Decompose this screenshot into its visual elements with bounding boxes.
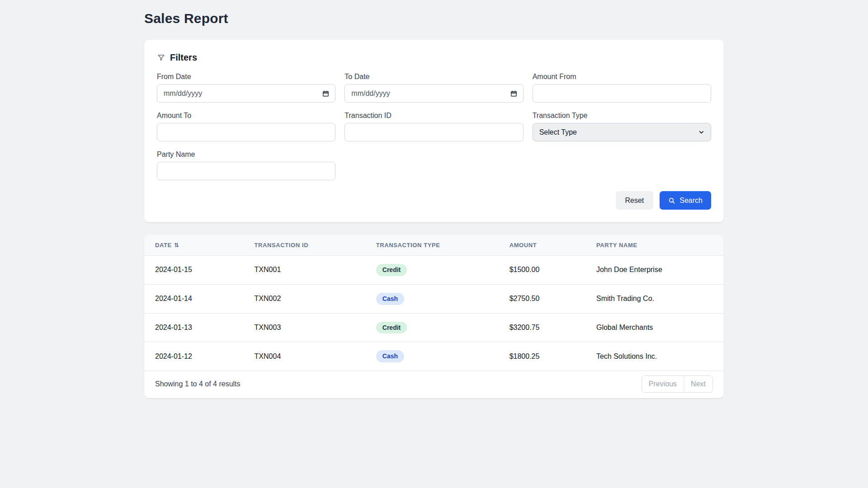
cell-amount: $2750.50: [509, 284, 596, 313]
page-container: Sales Report Filters From Date To Date: [144, 0, 724, 398]
from-date-label: From Date: [157, 73, 335, 81]
transaction-type-badge: Cash: [376, 350, 404, 362]
party-name-input[interactable]: [157, 162, 335, 180]
filter-actions: Reset Search: [157, 191, 711, 210]
cell-amount: $1500.00: [509, 256, 596, 285]
cell-date: 2024-01-13: [144, 313, 255, 342]
results-table-card: Date⇅ Transaction ID Transaction Type Am…: [144, 235, 724, 398]
next-page-button[interactable]: Next: [684, 376, 712, 392]
column-header-party-name: Party Name: [596, 235, 724, 256]
amount-to-input[interactable]: [157, 123, 335, 141]
column-header-amount: Amount: [509, 235, 596, 256]
transaction-id-field: Transaction ID: [344, 112, 523, 141]
party-name-label: Party Name: [157, 150, 335, 159]
table-row: 2024-01-14 TXN002 Cash $2750.50 Smith Tr…: [144, 284, 724, 313]
search-icon: [668, 197, 675, 204]
to-date-field: To Date: [344, 73, 523, 103]
to-date-label: To Date: [344, 73, 523, 81]
to-date-input[interactable]: [344, 84, 523, 103]
cell-party-name: Tech Solutions Inc.: [596, 342, 724, 371]
transaction-type-select[interactable]: Select Type: [533, 123, 711, 141]
filters-heading: Filters: [157, 52, 711, 63]
transaction-type-field: Transaction Type Select Type: [533, 112, 711, 141]
cell-party-name: Global Merchants: [596, 313, 724, 342]
pagination: Previous Next: [642, 375, 713, 393]
filter-funnel-icon: [157, 53, 165, 62]
previous-page-button[interactable]: Previous: [642, 376, 684, 392]
filters-title: Filters: [170, 52, 197, 63]
cell-date: 2024-01-12: [144, 342, 255, 371]
cell-transaction-type: Credit: [376, 313, 509, 342]
column-header-transaction-type: Transaction Type: [376, 235, 509, 256]
table-footer: Showing 1 to 4 of 4 results Previous Nex…: [144, 371, 724, 398]
from-date-input[interactable]: [157, 84, 335, 103]
column-header-transaction-id: Transaction ID: [255, 235, 376, 256]
transaction-type-badge: Cash: [376, 293, 404, 305]
cell-party-name: John Doe Enterprise: [596, 256, 724, 285]
table-header-row: Date⇅ Transaction ID Transaction Type Am…: [144, 235, 724, 256]
transaction-type-label: Transaction Type: [533, 112, 711, 120]
cell-transaction-type: Cash: [376, 342, 509, 371]
chevron-down-icon: [698, 129, 704, 135]
search-button[interactable]: Search: [660, 191, 711, 210]
table-row: 2024-01-15 TXN001 Credit $1500.00 John D…: [144, 256, 724, 285]
results-summary: Showing 1 to 4 of 4 results: [155, 380, 241, 388]
transaction-type-badge: Credit: [376, 264, 407, 276]
filters-card: Filters From Date To Date: [144, 40, 724, 222]
from-date-field: From Date: [157, 73, 335, 103]
cell-transaction-type: Credit: [376, 256, 509, 285]
cell-amount: $1800.25: [509, 342, 596, 371]
cell-date: 2024-01-14: [144, 284, 255, 313]
page-title: Sales Report: [144, 11, 724, 26]
cell-transaction-type: Cash: [376, 284, 509, 313]
amount-to-label: Amount To: [157, 112, 335, 120]
transaction-id-label: Transaction ID: [344, 112, 523, 120]
results-table: Date⇅ Transaction ID Transaction Type Am…: [144, 235, 724, 371]
cell-transaction-id: TXN003: [255, 313, 376, 342]
amount-from-input[interactable]: [533, 84, 711, 103]
reset-button[interactable]: Reset: [616, 191, 654, 210]
cell-amount: $3200.75: [509, 313, 596, 342]
cell-party-name: Smith Trading Co.: [596, 284, 724, 313]
cell-transaction-id: TXN001: [255, 256, 376, 285]
filter-grid: From Date To Date Amount F: [157, 73, 711, 180]
cell-transaction-id: TXN002: [255, 284, 376, 313]
amount-to-field: Amount To: [157, 112, 335, 141]
search-button-label: Search: [679, 197, 703, 205]
sort-icon[interactable]: ⇅: [174, 242, 179, 249]
transaction-id-input[interactable]: [344, 123, 523, 141]
cell-transaction-id: TXN004: [255, 342, 376, 371]
party-name-field: Party Name: [157, 150, 335, 180]
transaction-type-badge: Credit: [376, 322, 407, 334]
column-header-date[interactable]: Date⇅: [144, 235, 255, 256]
table-row: 2024-01-12 TXN004 Cash $1800.25 Tech Sol…: [144, 342, 724, 371]
amount-from-label: Amount From: [533, 73, 711, 81]
cell-date: 2024-01-15: [144, 256, 255, 285]
amount-from-field: Amount From: [533, 73, 711, 103]
transaction-type-selected-value: Select Type: [539, 128, 577, 136]
table-row: 2024-01-13 TXN003 Credit $3200.75 Global…: [144, 313, 724, 342]
